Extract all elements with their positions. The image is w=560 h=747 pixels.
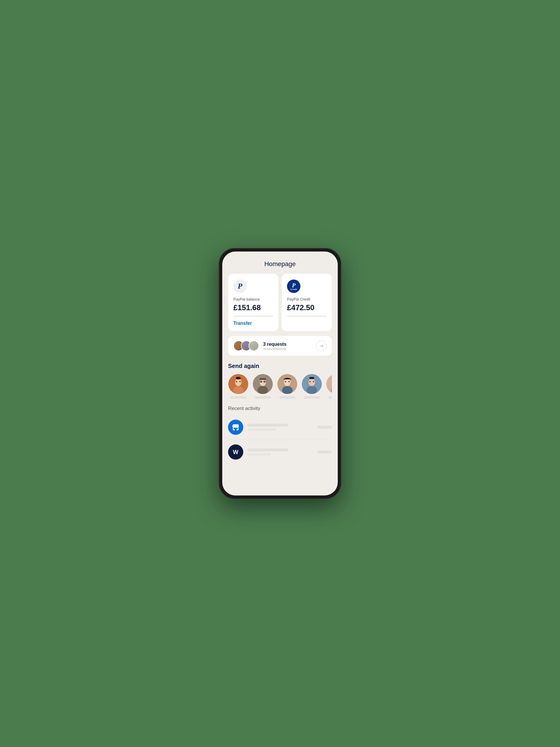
svg-rect-5 (236, 377, 241, 379)
activity-2-line1 (247, 448, 288, 452)
transfer-link[interactable]: Transfer (233, 321, 273, 326)
svg-point-10 (264, 381, 265, 382)
svg-rect-33 (234, 428, 235, 429)
requests-text-block: 3 requests (263, 342, 287, 350)
recent-activity-section: Recent activity (228, 406, 332, 463)
activity-1-amount (317, 426, 332, 429)
svg-point-22 (306, 386, 317, 394)
contact-name-bar-5 (328, 396, 332, 398)
screen-content: Homepage P PayPal balance £151.68 Transf… (222, 252, 338, 495)
contact-avatar-1 (229, 374, 248, 394)
send-again-title: Send again (228, 363, 332, 369)
svg-point-17 (282, 386, 293, 394)
activity-divider (228, 439, 332, 440)
face-svg-2 (253, 374, 273, 394)
contact-name-bar-3 (279, 396, 295, 398)
svg-rect-25 (310, 377, 314, 379)
activity-1-line1 (247, 424, 288, 427)
paypal-balance-card[interactable]: P PayPal balance £151.68 Transfer (228, 274, 278, 331)
svg-point-8 (258, 386, 268, 394)
paypal-balance-label: PayPal balance (233, 297, 273, 302)
activity-store-icon (228, 420, 243, 435)
face-svg-1 (229, 374, 248, 394)
requests-sub-bar (263, 348, 287, 350)
activity-item-1[interactable] (228, 416, 332, 438)
paypal-credit-icon: P Credit (290, 282, 297, 290)
send-contact-4[interactable] (301, 374, 322, 398)
send-again-row (228, 374, 332, 398)
requests-banner[interactable]: 3 requests → (228, 336, 332, 356)
face-svg-3 (277, 374, 297, 394)
contact-name-bar-1 (231, 396, 246, 398)
svg-point-21 (309, 379, 315, 386)
contact-avatar-4 (302, 374, 322, 394)
recent-activity-title: Recent activity (228, 406, 332, 411)
activity-2-amount (317, 450, 332, 454)
svg-point-2 (233, 386, 243, 394)
face-svg-4 (302, 374, 322, 394)
svg-rect-34 (237, 428, 238, 429)
balance-cards-row: P PayPal balance £151.68 Transfer P Cred… (228, 274, 332, 331)
paypal-balance-amount: £151.68 (233, 303, 273, 312)
activity-1-line2 (247, 428, 276, 431)
svg-point-9 (261, 381, 262, 382)
svg-point-3 (236, 381, 237, 382)
requests-count-label: 3 requests (263, 342, 287, 347)
svg-point-23 (310, 381, 311, 382)
card-underline-credit (287, 316, 327, 317)
contact-name-bar-4 (304, 396, 320, 398)
paypal-p-icon: P (238, 282, 242, 291)
svg-point-19 (289, 381, 290, 382)
svg-point-26 (326, 374, 332, 394)
send-contact-3[interactable] (277, 374, 297, 398)
activity-w-icon: W (228, 444, 243, 460)
svg-rect-32 (235, 428, 237, 430)
send-contact-1[interactable] (228, 374, 248, 398)
page-title: Homepage (228, 260, 332, 268)
send-contact-2[interactable] (252, 374, 273, 398)
store-svg (232, 423, 240, 431)
paypal-credit-amount: £472.50 (287, 303, 327, 312)
svg-point-18 (285, 381, 286, 382)
contact-avatar-2 (253, 374, 273, 394)
paypal-credit-card[interactable]: P Credit PayPal Credit £472.50 (282, 274, 332, 331)
svg-point-1 (235, 379, 241, 386)
svg-point-24 (313, 381, 314, 382)
contact-avatar-3 (277, 374, 297, 394)
requests-avatar-stack (233, 340, 259, 351)
w-letter-icon: W (233, 449, 239, 456)
paypal-credit-label: PayPal Credit (287, 297, 327, 302)
contact-name-bar-2 (255, 396, 271, 398)
send-contact-5[interactable] (326, 374, 332, 398)
contact-avatar-5 (326, 374, 332, 394)
activity-item-2[interactable]: W (228, 441, 332, 463)
request-avatar-3 (248, 340, 259, 351)
paypal-logo-white: P (233, 280, 247, 293)
requests-arrow-button[interactable]: → (316, 340, 327, 351)
credit-badge: Credit (290, 288, 297, 290)
send-again-section: Send again (228, 363, 332, 398)
phone-device: Homepage P PayPal balance £151.68 Transf… (219, 248, 341, 499)
activity-2-line2 (247, 453, 271, 456)
phone-screen: Homepage P PayPal balance £151.68 Transf… (222, 252, 338, 495)
face-svg-5 (326, 374, 332, 394)
svg-point-4 (239, 381, 241, 382)
card-underline (233, 316, 273, 317)
activity-2-details (247, 448, 313, 456)
activity-1-details (247, 424, 313, 431)
paypal-credit-logo: P Credit (287, 280, 300, 293)
svg-point-16 (284, 379, 291, 386)
svg-rect-11 (260, 378, 266, 380)
